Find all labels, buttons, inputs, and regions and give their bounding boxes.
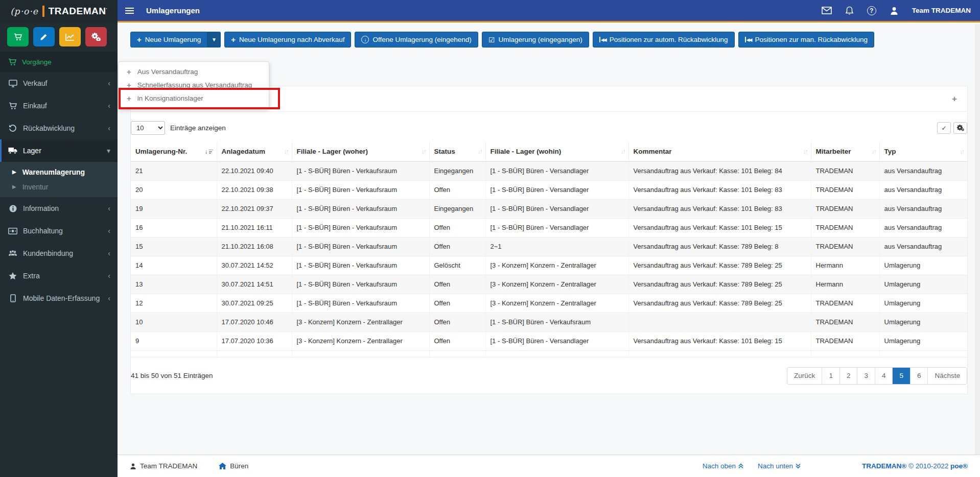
footer-location[interactable]: Büren (219, 462, 248, 470)
positionen-zur-man-rückabwicklung-button[interactable]: ◀◀Positionen zur man. Rückabwicklung (738, 32, 874, 47)
sidebar-subitem-warenumlagerung[interactable]: ▶Warenumlagerung (0, 164, 118, 179)
pagination-page-3[interactable]: 3 (857, 368, 875, 384)
logo-divider (42, 6, 44, 17)
table-row[interactable]: 2022.10.2021 09:38[1 - S-BÜR] Büren - Ve… (131, 180, 967, 199)
cell-kommentar (628, 313, 811, 331)
scroll-to-bottom-link[interactable]: Nach unten (758, 462, 801, 470)
dropdown-item-in-konsignationslager[interactable]: +in Konsignationslager (119, 91, 269, 105)
edit-app-button[interactable] (33, 27, 55, 46)
sort-icon[interactable]: ↓↑ (284, 148, 288, 155)
column-header-mitarbeiter[interactable]: Mitarbeiter↓↑ (811, 142, 879, 161)
new-transfer-dropdown-menu: +Aus Versandauftrag+Schnellerfassung aus… (118, 61, 269, 108)
sidebar-item-information[interactable]: Information‹ (0, 197, 118, 220)
table-row[interactable]: 2122.10.2021 09:40[1 - S-BÜR] Büren - Ve… (131, 161, 967, 180)
table-row[interactable]: 1430.07.2021 14:52[1 - S-BÜR] Büren - Ve… (131, 256, 967, 275)
cell-datum: 21.10.2021 16:08 (217, 237, 292, 256)
table-row[interactable]: 1621.10.2021 16:11[1 - S-BÜR] Büren - Ve… (131, 218, 967, 237)
pagination-page-1[interactable]: 1 (822, 368, 840, 384)
cell-wohin: [1 - S-BÜR] Büren - Versandlager (485, 199, 628, 218)
neue-umlagerung-dropdown-toggle[interactable]: ▼ (207, 32, 221, 47)
column-header-kommentar[interactable]: Kommentar↓↑ (628, 142, 811, 161)
sort-icon[interactable]: ↓↑ (478, 148, 482, 155)
mail-icon[interactable] (822, 7, 832, 14)
sidebar-item-mobile-daten-erfassung[interactable]: Mobile Daten-Erfassung‹ (0, 287, 118, 309)
sort-icon[interactable]: ↓↑ (803, 148, 807, 155)
column-header-anlagedatum[interactable]: Anlagedatum↓↑ (217, 142, 292, 161)
positionen-zur-autom-rückabwicklung-button[interactable]: ◀◀Positionen zur autom. Rückabwicklung (593, 32, 735, 47)
sidebar-subitem-inventur[interactable]: ▶Inventur (0, 179, 118, 194)
sidebar-item-einkauf[interactable]: Einkauf‹ (0, 94, 118, 117)
umlagerung-eingegangen-button[interactable]: ☑Umlagerung (eingegangen) (482, 32, 589, 47)
cell-datum: 30.07.2021 14:52 (217, 256, 292, 275)
column-header-filiale-lager-wohin[interactable]: Filiale - Lager (wohin)↓↑ (485, 142, 628, 161)
table-row[interactable]: 1330.07.2021 14:51[1 - S-BÜR] Büren - Ve… (131, 275, 967, 294)
plus-icon: + (127, 94, 131, 103)
cell-wohin: [3 - Konzern] Konzern - Zentrallager (485, 256, 628, 275)
table-row[interactable]: 1017.07.2020 10:46[3 - Konzern] Konzern … (131, 313, 967, 331)
sidebar-item-verkauf[interactable]: Verkauf‹ (0, 72, 118, 94)
user-icon[interactable] (890, 6, 899, 15)
hamburger-menu-icon[interactable] (118, 0, 141, 22)
transfers-table: Umlagerung-Nr.↓Anlagedatum↓↑Filiale - La… (131, 142, 967, 357)
table-row[interactable]: 1922.10.2021 09:37[1 - S-BÜR] Büren - Ve… (131, 199, 967, 218)
dropdown-item-aus-versandauftrag[interactable]: +Aus Versandauftrag (119, 65, 269, 78)
topbar-username[interactable]: Team TRADEMAN (912, 7, 971, 14)
column-settings-button[interactable] (953, 122, 967, 134)
column-header-umlagerung-nr[interactable]: Umlagerung-Nr.↓ (131, 142, 217, 161)
sidebar-item-lager[interactable]: Lager▾▶Warenumlagerung▶Inventur (0, 139, 118, 197)
chart-icon (65, 33, 75, 41)
cell-status: Eingegangen (429, 199, 485, 218)
quick-app-buttons (0, 22, 118, 52)
sort-icon[interactable]: ↓↑ (872, 148, 876, 155)
table-row[interactable]: 1230.07.2021 09:25[1 - S-BÜR] Büren - Ve… (131, 294, 967, 313)
cell-woher: [3 - Konzern] Konzern - Zentrallager (292, 331, 429, 350)
cell-nr: 20 (131, 180, 217, 199)
pagination-page-6[interactable]: 6 (911, 368, 928, 384)
table-row[interactable]: 917.07.2020 10:36[3 - Konzern] Konzern -… (131, 331, 967, 350)
cell-mitarbeiter: TRADEMAN (811, 331, 879, 350)
home-icon (219, 463, 226, 469)
sidebar-item-label: Buchhaltung (23, 227, 102, 235)
offene-umlagerung-eingehend-button[interactable]: ↓Offene Umlagerung (eingehend) (355, 32, 478, 47)
chart-app-button[interactable] (59, 27, 81, 46)
sort-icon[interactable]: ↓↑ (621, 148, 625, 155)
sidebar-submenu: ▶Warenumlagerung▶Inventur (0, 162, 118, 197)
cell-datum: 17.07.2020 10:36 (217, 331, 292, 350)
pencil-icon (40, 33, 48, 41)
sidebar-item-label: Rückabwicklung (23, 124, 102, 132)
expand-panel-icon[interactable]: + (952, 94, 957, 104)
neue-umlagerung-button[interactable]: +Neue Umlagerung (130, 32, 207, 47)
pagination-page-4[interactable]: 4 (875, 368, 893, 384)
cart-app-button[interactable] (7, 27, 29, 46)
sidebar-item-kundenbindung[interactable]: Kundenbindung‹ (0, 242, 118, 265)
page-length-select[interactable]: 10 (131, 121, 165, 135)
sort-icon[interactable]: ↓↑ (960, 148, 964, 155)
select-all-button[interactable]: ✓ (937, 122, 951, 134)
sort-desc-icon[interactable]: ↓ (205, 148, 213, 155)
topbar: Umlagerungen ? Team TRADEMAN (118, 0, 980, 22)
pagination-page-2[interactable]: 2 (840, 368, 858, 384)
scrollbar-track[interactable] (975, 24, 980, 455)
dropdown-item-schnellerfassung-aus-versandauftrag[interactable]: +Schnellerfassung aus Versandauftrag (119, 78, 269, 91)
neue-umlagerung-nach-abverkauf-button[interactable]: +Neue Umlagerung nach Abverkauf (224, 32, 351, 47)
column-header-typ[interactable]: Typ↓↑ (879, 142, 967, 161)
bell-icon[interactable] (845, 6, 854, 15)
sidebar-item-rückabwicklung[interactable]: Rückabwicklung‹ (0, 117, 118, 139)
sidebar-item-buchhaltung[interactable]: Buchhaltung‹ (0, 220, 118, 242)
sidebar-item-extra[interactable]: Extra‹ (0, 265, 118, 287)
cart-icon (14, 33, 22, 41)
column-header-filiale-lager-woher[interactable]: Filiale - Lager (woher)↓↑ (292, 142, 429, 161)
pagination-page-5[interactable]: 5 (893, 368, 911, 384)
help-icon[interactable]: ? (867, 6, 876, 15)
monitor-icon (8, 80, 17, 87)
cell-mitarbeiter: TRADEMAN (811, 294, 879, 313)
settings-app-button[interactable] (85, 27, 107, 46)
sort-icon[interactable]: ↓↑ (422, 148, 426, 155)
pagination-next-button[interactable]: Nächste (928, 368, 967, 384)
scroll-to-top-link[interactable]: Nach oben (703, 462, 743, 470)
table-row[interactable]: 1521.10.2021 16:08[1 - S-BÜR] Büren - Ve… (131, 237, 967, 256)
pagination-prev-button[interactable]: Zurück (787, 368, 822, 384)
column-header-status[interactable]: Status↓↑ (429, 142, 485, 161)
chevron-left-icon: ‹ (108, 79, 110, 87)
cell-nr: 15 (131, 237, 217, 256)
